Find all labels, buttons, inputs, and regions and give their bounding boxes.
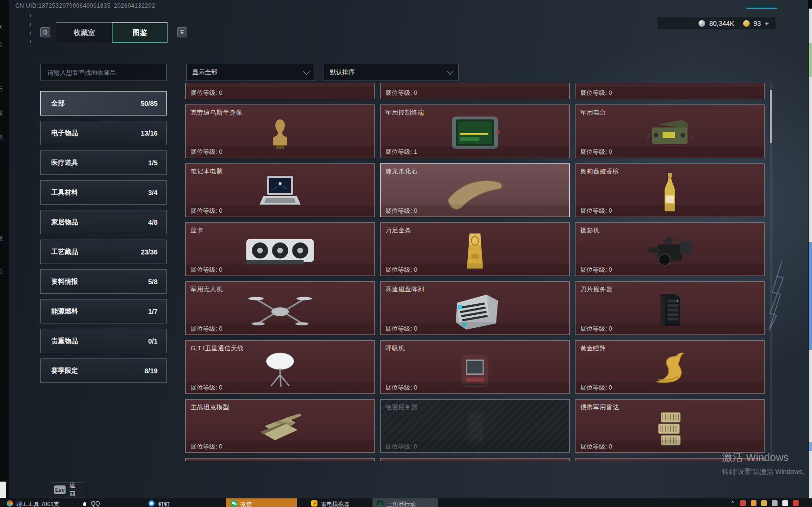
category-count: 1/7	[148, 308, 158, 315]
tile-slot-level: 展位等级: 1	[381, 145, 569, 158]
collection-tile-next-row-1[interactable]	[185, 458, 375, 461]
taskbar-item-1[interactable]: 聊工工具 7801支	[2, 498, 75, 507]
collection-tile-14[interactable]: 呼吸机展位等级: 0	[380, 340, 570, 394]
collection-tile-6[interactable]: 奥莉薇娅香槟展位等级: 0	[575, 163, 765, 217]
collection-tile-15[interactable]: 黄金瞪羚展位等级: 0	[575, 340, 765, 394]
edge-overlay-char: 币	[0, 85, 3, 94]
tile-slot-level: 展位等级: 0	[186, 322, 374, 334]
collection-tile-11[interactable]: 高速磁盘阵列展位等级: 0	[380, 281, 570, 335]
edge-overlay-char: 易	[0, 133, 3, 142]
tab-collection-room[interactable]: 收藏室	[56, 23, 112, 43]
sidebar-category-8[interactable]: 能源燃料1/7	[40, 299, 167, 323]
sidebar-category-6[interactable]: 工艺藏品23/36	[40, 240, 167, 264]
background-window-sliver	[809, 9, 812, 498]
taskbar-item-6[interactable]: △三角洲行动	[372, 498, 438, 507]
tile-title: 军用无人机	[191, 285, 223, 294]
collection-grid: 展位等级: 0展位等级: 0展位等级: 0克劳迪乌斯半身像展位等级: 0军用控制…	[185, 83, 765, 461]
tile-slot-level: 展位等级: 0	[381, 86, 569, 99]
collection-tile-partial-2[interactable]: 展位等级: 0	[380, 83, 570, 99]
category-label: 工艺藏品	[51, 248, 78, 256]
collection-tile-partial-1[interactable]: 展位等级: 0	[185, 83, 375, 99]
tile-title: 笔记本电脑	[191, 167, 223, 176]
sort-dropdown[interactable]: 默认排序	[324, 64, 459, 81]
back-label: 返回	[69, 481, 81, 498]
wechat-icon	[231, 500, 237, 507]
tile-title: 主战坦克模型	[191, 403, 229, 412]
tile-title: 万足金条	[385, 226, 411, 235]
tray-red-app-icon[interactable]	[740, 500, 746, 506]
sidebar-category-1[interactable]: 全部50/85	[40, 91, 167, 115]
tile-slot-level: 展位等级: 0	[575, 322, 764, 334]
close-icon[interactable]: ×	[0, 23, 2, 31]
tray-flame-app-icon[interactable]	[793, 500, 799, 506]
tile-title: 黄金瞪羚	[580, 344, 606, 353]
collection-tile-next-row-2[interactable]	[380, 458, 570, 461]
sidebar-category-2[interactable]: 电子物品13/16	[40, 121, 167, 145]
multi-circle-icon	[7, 500, 13, 507]
tray-window-app-icon[interactable]	[772, 500, 778, 506]
collection-tile-18[interactable]: 便携军用雷达展位等级: 0	[575, 399, 765, 453]
collection-tile-1[interactable]: 克劳迪乌斯半身像展位等级: 0	[185, 104, 375, 158]
collection-tile-9[interactable]: 摄影机展位等级: 0	[575, 222, 765, 276]
collection-tile-2[interactable]: 军用控制终端展位等级: 1	[380, 104, 570, 158]
search-input[interactable]	[46, 69, 160, 77]
collection-tile-8[interactable]: 万足金条展位等级: 0	[380, 222, 570, 276]
sidebar-category-9[interactable]: 贵重物品0/1	[40, 329, 167, 353]
sidebar-category-10[interactable]: 赛季限定8/19	[40, 358, 167, 383]
sidebar-category-7[interactable]: 资料情报5/8	[40, 269, 167, 294]
category-count: 13/16	[141, 129, 158, 137]
taskbar-item-2[interactable]: QQ	[77, 498, 134, 507]
tile-slot-level: 展位等级: 0	[575, 86, 764, 99]
tile-slot-level: 展位等级: 0	[381, 322, 569, 334]
sidebar-category-4[interactable]: 工具材料3/4	[40, 180, 167, 205]
grid-scrollbar-thumb[interactable]	[770, 90, 772, 143]
tray-white-app-icon[interactable]	[782, 500, 788, 506]
collection-tile-10[interactable]: 军用无人机展位等级: 0	[185, 281, 375, 335]
taskbar-item-label: 雷电模拟器	[321, 500, 350, 507]
collection-tile-4[interactable]: 笔记本电脑展位等级: 0	[185, 163, 375, 217]
game-window: CN UID:187253207909640961835_20260413220…	[9, 0, 808, 498]
collection-tile-12[interactable]: 刀片服务器展位等级: 0	[575, 281, 765, 335]
category-label: 全部	[51, 99, 65, 108]
sidebar-category-3[interactable]: 医疗道具1/5	[40, 150, 167, 175]
tile-slot-level: 展位等级: 0	[381, 440, 569, 452]
taskbar-item-label: 微信	[240, 500, 252, 507]
collection-tile-16[interactable]: 主战坦克模型展位等级: 0	[185, 399, 375, 453]
tile-title: 便携军用雷达	[580, 403, 619, 412]
taskbar-item-5[interactable]: ⚡雷电模拟器	[306, 498, 368, 507]
tile-slot-level: 展位等级: 0	[186, 86, 374, 99]
tab-catalog[interactable]: 图鉴	[112, 23, 168, 43]
overlay-mini-tab[interactable]	[746, 4, 778, 9]
background-scrollbar-sliver	[0, 482, 6, 498]
tile-slot-level: 展位等级: 0	[186, 145, 374, 158]
tray-expand-icon[interactable]: ^	[730, 500, 735, 506]
tile-title: 军用控制终端	[385, 108, 424, 117]
collection-tile-partial-3[interactable]: 展位等级: 0	[575, 83, 765, 99]
taskbar-item-4[interactable]: 微信	[226, 498, 297, 507]
category-label: 能源燃料	[51, 307, 78, 316]
taskbar-item-3[interactable]: 钉钉	[144, 498, 201, 507]
hud-mark	[30, 40, 31, 43]
keycap-q: Q	[40, 27, 50, 37]
collection-tile-17[interactable]: 绝密服务器展位等级: 0	[380, 399, 570, 453]
back-control[interactable]: Esc 返回	[50, 482, 85, 497]
tile-slot-level: 展位等级: 0	[381, 204, 569, 217]
collection-tile-5[interactable]: 棘龙爪化石展位等级: 0	[380, 163, 570, 217]
tray-gold-app-icon[interactable]	[761, 500, 767, 506]
tile-slot-level: 展位等级: 0	[575, 381, 764, 393]
category-sidebar: 全部50/85电子物品13/16医疗道具1/5工具材料3/4家居物品4/8工艺藏…	[40, 91, 167, 388]
category-label: 电子物品	[51, 129, 78, 138]
collection-tile-7[interactable]: 显卡展位等级: 0	[185, 222, 375, 276]
sidebar-category-5[interactable]: 家居物品4/8	[40, 210, 167, 234]
tray-orange-app-icon[interactable]	[751, 500, 756, 506]
category-label: 资料情报	[51, 277, 78, 286]
collection-tile-13[interactable]: G.T.I卫星通信天线展位等级: 0	[185, 340, 375, 394]
sliver-green	[809, 43, 812, 77]
add-currency-button[interactable]: +	[765, 19, 769, 27]
show-filter-dropdown[interactable]: 显示全部	[186, 64, 315, 81]
category-count: 1/5	[148, 159, 158, 167]
delta-icon: △	[377, 500, 383, 507]
category-count: 8/19	[145, 367, 158, 375]
chevron-down-icon	[447, 68, 453, 75]
collection-tile-3[interactable]: 军用电台展位等级: 0	[575, 104, 765, 158]
